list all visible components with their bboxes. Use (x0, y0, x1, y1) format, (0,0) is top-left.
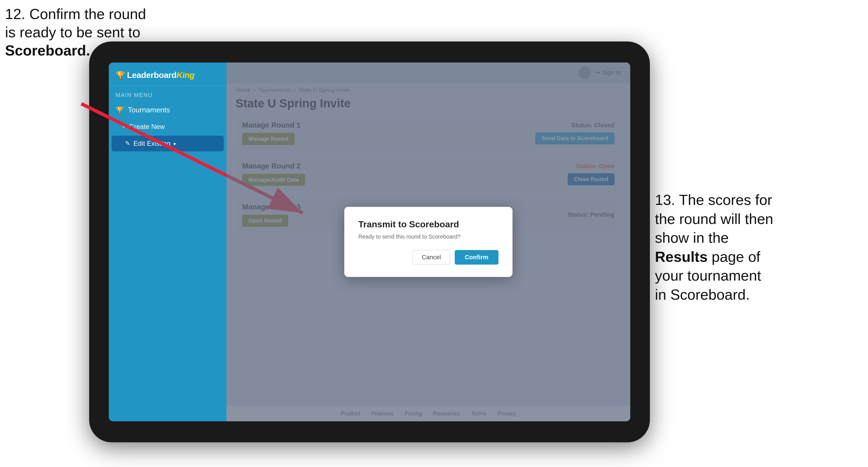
sidebar-logo: 🏆 LeaderboardKing (109, 63, 226, 86)
plus-icon: + (122, 123, 126, 130)
annotation-bottom: 13. The scores forthe round will thensho… (655, 191, 862, 304)
tablet-screen: 🏆 LeaderboardKing MAIN MENU 🏆 Tournament… (109, 63, 630, 421)
modal-box: Transmit to Scoreboard Ready to send thi… (344, 207, 513, 277)
app-container: 🏆 LeaderboardKing MAIN MENU 🏆 Tournament… (109, 63, 630, 421)
annotation-top: 12. Confirm the round is ready to be sen… (5, 5, 146, 60)
logo-name: LeaderboardKing (127, 70, 194, 80)
modal-title: Transmit to Scoreboard (358, 219, 498, 229)
cancel-button[interactable]: Cancel (412, 250, 450, 264)
edit-icon: ✎ (125, 140, 130, 147)
main-content: ↪ Sign In Home > Tournaments > State U S… (226, 63, 630, 421)
sidebar-item-label-create-new: Create New (129, 123, 165, 131)
cursor-icon: ▸ (174, 141, 176, 147)
sidebar-item-tournaments[interactable]: 🏆 Tournaments (109, 101, 226, 119)
modal-buttons: Cancel Confirm (358, 250, 498, 264)
modal-overlay: Transmit to Scoreboard Ready to send thi… (226, 63, 630, 421)
tablet-shell: 🏆 LeaderboardKing MAIN MENU 🏆 Tournament… (89, 41, 650, 442)
sidebar-menu-label: MAIN MENU (109, 86, 226, 101)
sidebar: 🏆 LeaderboardKing MAIN MENU 🏆 Tournament… (109, 63, 226, 421)
confirm-button[interactable]: Confirm (455, 250, 498, 264)
sidebar-item-label-tournaments: Tournaments (128, 106, 170, 114)
logo-crown-icon: 🏆 (116, 71, 125, 80)
sidebar-item-label-edit-existing: Edit Existing (133, 139, 170, 148)
modal-subtitle: Ready to send this round to Scoreboard? (358, 234, 498, 240)
sidebar-item-edit-existing[interactable]: ✎ Edit Existing ▸ (112, 136, 224, 151)
sidebar-item-create-new[interactable]: + Create New (109, 119, 226, 134)
logo-wrap: 🏆 LeaderboardKing (116, 70, 220, 80)
trophy-icon: 🏆 (116, 106, 124, 114)
